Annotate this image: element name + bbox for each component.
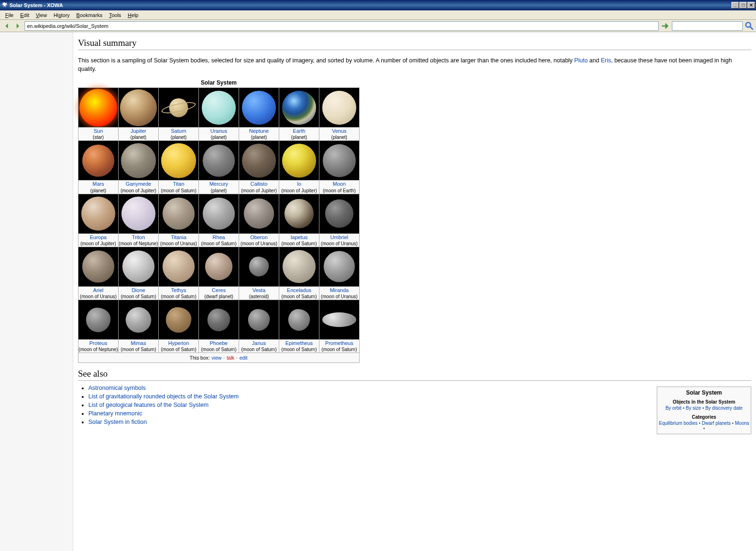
body-image-ganymede[interactable] bbox=[119, 141, 159, 181]
link-miranda[interactable]: Miranda bbox=[330, 287, 349, 293]
link-tethys[interactable]: Tethys bbox=[171, 287, 186, 293]
link-by-size[interactable]: By size bbox=[686, 405, 701, 411]
see-also-link[interactable]: List of geological features of the Solar… bbox=[88, 402, 208, 408]
body-image-iapetus[interactable] bbox=[279, 194, 319, 233]
link-eris[interactable]: Eris bbox=[601, 57, 611, 64]
link-mars[interactable]: Mars bbox=[93, 181, 104, 187]
link-janus[interactable]: Janus bbox=[252, 340, 266, 346]
link-moon[interactable]: Moon bbox=[333, 181, 346, 187]
menu-history[interactable]: History bbox=[50, 11, 73, 19]
menu-file[interactable]: File bbox=[2, 11, 17, 19]
body-image-ceres[interactable] bbox=[199, 247, 239, 286]
link-dione[interactable]: Dione bbox=[132, 287, 146, 293]
body-image-vesta[interactable] bbox=[239, 247, 279, 286]
body-image-prometheus[interactable] bbox=[319, 300, 360, 340]
search-button[interactable] bbox=[745, 21, 754, 31]
body-image-phoebe[interactable] bbox=[199, 300, 239, 340]
menu-bookmarks[interactable]: Bookmarks bbox=[73, 11, 106, 19]
see-also-link[interactable]: List of gravitationally rounded objects … bbox=[88, 393, 239, 400]
link-titania[interactable]: Titania bbox=[171, 234, 187, 240]
minimize-button[interactable]: _ bbox=[731, 2, 739, 9]
link-enceladus[interactable]: Enceladus bbox=[287, 287, 311, 293]
link-uranus[interactable]: Uranus bbox=[210, 128, 227, 134]
maximize-button[interactable]: □ bbox=[739, 2, 747, 9]
body-image-sun[interactable] bbox=[78, 88, 119, 128]
link-equilibrium[interactable]: Equilibrium bodies bbox=[659, 421, 697, 426]
body-image-ariel[interactable] bbox=[78, 247, 119, 286]
back-button[interactable] bbox=[3, 22, 11, 30]
body-image-mars[interactable] bbox=[78, 141, 119, 181]
link-ganymede[interactable]: Ganymede bbox=[126, 181, 151, 187]
search-input[interactable] bbox=[672, 21, 743, 31]
forward-button[interactable] bbox=[13, 22, 22, 30]
link-umbriel[interactable]: Umbriel bbox=[330, 234, 348, 240]
body-image-tethys[interactable] bbox=[159, 247, 199, 286]
body-image-mercury[interactable] bbox=[199, 141, 239, 181]
see-also-link[interactable]: Astronomical symbols bbox=[88, 385, 146, 391]
body-image-neptune[interactable] bbox=[239, 88, 279, 128]
link-europa[interactable]: Europa bbox=[90, 234, 106, 240]
link-mercury[interactable]: Mercury bbox=[209, 181, 228, 187]
menu-tools[interactable]: Tools bbox=[106, 11, 125, 19]
link-edit[interactable]: edit bbox=[240, 355, 248, 361]
link-rhea[interactable]: Rhea bbox=[213, 234, 225, 240]
link-venus[interactable]: Venus bbox=[332, 128, 347, 134]
link-dwarf-planets[interactable]: Dwarf planets bbox=[702, 421, 730, 426]
body-image-titania[interactable] bbox=[159, 194, 199, 233]
body-image-miranda[interactable] bbox=[319, 247, 360, 286]
body-image-moon[interactable] bbox=[319, 141, 360, 181]
body-image-epimetheus[interactable] bbox=[279, 300, 319, 340]
link-prometheus[interactable]: Prometheus bbox=[325, 340, 353, 346]
see-also-link[interactable]: Solar System in fiction bbox=[88, 419, 147, 425]
menu-help[interactable]: Help bbox=[124, 11, 142, 19]
link-earth[interactable]: Earth bbox=[293, 128, 305, 134]
link-ariel[interactable]: Ariel bbox=[93, 287, 103, 293]
link-iapetus[interactable]: Iapetus bbox=[291, 234, 308, 240]
link-neptune[interactable]: Neptune bbox=[249, 128, 269, 134]
body-image-uranus[interactable] bbox=[199, 88, 239, 128]
link-ceres[interactable]: Ceres bbox=[212, 287, 225, 293]
body-image-earth[interactable] bbox=[279, 88, 319, 128]
body-image-jupiter[interactable] bbox=[119, 88, 159, 128]
main-content[interactable]: Visual summary This section is a samplin… bbox=[73, 32, 756, 551]
body-image-europa[interactable] bbox=[78, 194, 119, 233]
link-pluto[interactable]: Pluto bbox=[574, 57, 588, 64]
body-image-mimas[interactable] bbox=[119, 300, 159, 340]
body-image-umbriel[interactable] bbox=[319, 194, 360, 233]
link-moons[interactable]: Moons bbox=[735, 421, 749, 426]
link-hyperion[interactable]: Hyperion bbox=[168, 340, 189, 346]
link-oberon[interactable]: Oberon bbox=[250, 234, 268, 240]
link-io[interactable]: Io bbox=[297, 181, 301, 187]
link-jupiter[interactable]: Jupiter bbox=[130, 128, 146, 134]
link-epimetheus[interactable]: Epimetheus bbox=[285, 340, 313, 346]
link-saturn[interactable]: Saturn bbox=[171, 128, 186, 134]
body-image-titan[interactable] bbox=[159, 141, 199, 181]
menu-view[interactable]: View bbox=[33, 11, 51, 19]
link-view[interactable]: view bbox=[212, 355, 222, 361]
close-button[interactable]: ✕ bbox=[747, 2, 755, 9]
body-image-rhea[interactable] bbox=[199, 194, 239, 233]
link-by-discovery[interactable]: By discovery date bbox=[705, 405, 743, 411]
link-proteus[interactable]: Proteus bbox=[89, 340, 107, 346]
body-image-hyperion[interactable] bbox=[159, 300, 199, 340]
body-image-saturn[interactable] bbox=[159, 88, 199, 128]
link-sun[interactable]: Sun bbox=[94, 128, 103, 134]
url-bar[interactable]: en.wikipedia.org/wiki/Solar_System bbox=[25, 21, 659, 31]
see-also-link[interactable]: Planetary mnemonic bbox=[88, 410, 142, 417]
link-titan[interactable]: Titan bbox=[173, 181, 184, 187]
body-image-oberon[interactable] bbox=[239, 194, 279, 233]
link-mimas[interactable]: Mimas bbox=[131, 340, 146, 346]
body-image-proteus[interactable] bbox=[78, 300, 119, 340]
body-image-enceladus[interactable] bbox=[279, 247, 319, 286]
go-button[interactable] bbox=[661, 21, 670, 31]
link-callisto[interactable]: Callisto bbox=[250, 181, 267, 187]
body-image-io[interactable] bbox=[279, 141, 319, 181]
link-by-orbit[interactable]: By orbit bbox=[665, 405, 681, 411]
menu-edit[interactable]: Edit bbox=[17, 11, 33, 19]
body-image-venus[interactable] bbox=[319, 88, 360, 128]
link-triton[interactable]: Triton bbox=[132, 234, 145, 240]
body-image-dione[interactable] bbox=[119, 247, 159, 286]
link-phoebe[interactable]: Phoebe bbox=[210, 340, 228, 346]
body-image-callisto[interactable] bbox=[239, 141, 279, 181]
body-image-janus[interactable] bbox=[239, 300, 279, 340]
